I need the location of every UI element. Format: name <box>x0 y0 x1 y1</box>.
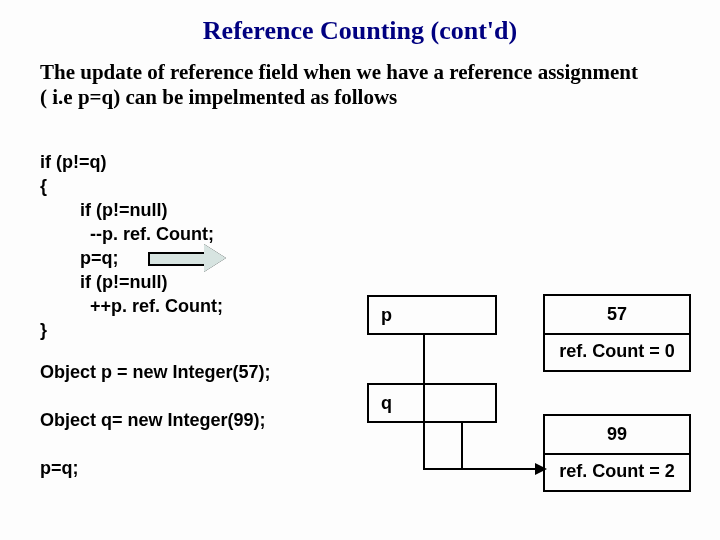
page-subtitle: The update of reference field when we ha… <box>40 60 640 110</box>
connector-line <box>461 423 463 470</box>
code-line-7: ++p. ref. Count; <box>80 296 223 317</box>
pointer-p-label: p <box>381 305 392 326</box>
connector-line <box>423 468 539 470</box>
object-1-value: 57 <box>545 296 689 333</box>
code-decl-q: Object q= new Integer(99); <box>40 410 266 431</box>
arrow-block-icon <box>146 244 226 272</box>
code-line-6: if (p!=null) <box>80 272 167 293</box>
pointer-q-label: q <box>381 393 392 414</box>
code-line-2: { <box>40 176 47 197</box>
object-1-refcount: ref. Count = 0 <box>545 333 689 370</box>
object-2-refcount: ref. Count = 2 <box>545 453 689 490</box>
connector-line <box>423 335 425 470</box>
code-line-1: if (p!=q) <box>40 152 106 173</box>
code-line-8: } <box>40 320 47 341</box>
object-box-2: 99 ref. Count = 2 <box>543 414 691 492</box>
code-line-4: --p. ref. Count; <box>80 224 214 245</box>
code-line-3: if (p!=null) <box>80 200 167 221</box>
code-assign: p=q; <box>40 458 79 479</box>
page-title: Reference Counting (cont'd) <box>0 16 720 46</box>
object-box-1: 57 ref. Count = 0 <box>543 294 691 372</box>
object-2-value: 99 <box>545 416 689 453</box>
code-decl-p: Object p = new Integer(57); <box>40 362 271 383</box>
arrow-right-icon <box>535 463 547 475</box>
pointer-q-box: q <box>367 383 497 423</box>
pointer-p-box: p <box>367 295 497 335</box>
code-line-5: p=q; <box>80 248 119 269</box>
